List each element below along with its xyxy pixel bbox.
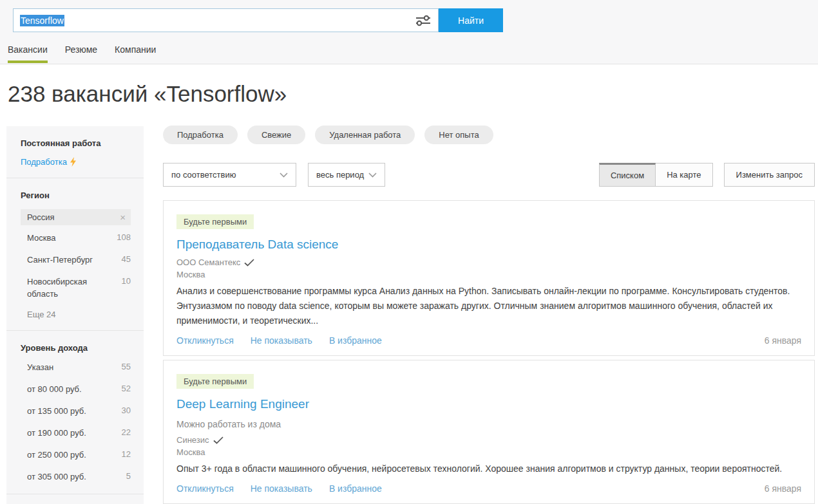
chevron-down-icon — [368, 173, 377, 178]
apply-link[interactable]: Откликнуться — [176, 335, 234, 346]
quick-filters: Подработка Свежие Удаленная работа Нет о… — [163, 126, 815, 144]
search-input[interactable]: Tensorflow — [13, 8, 439, 32]
income-item-label: от 80 000 руб. — [27, 384, 82, 396]
view-map-button[interactable]: На карте — [656, 163, 712, 187]
favorite-link[interactable]: В избранное — [329, 483, 382, 494]
view-switch: Списком На карте — [599, 163, 713, 187]
income-item[interactable]: от 135 000 руб. 30 — [21, 406, 131, 418]
vacancy-city: Москва — [176, 270, 801, 279]
income-item[interactable]: Указан 55 — [21, 362, 131, 374]
chip-remote[interactable]: Удаленная работа — [315, 126, 415, 144]
region-item[interactable]: Москва 108 — [21, 232, 131, 245]
sliders-icon — [415, 14, 432, 28]
vacancy-card: Будьте первыми Преподаватель Data scienc… — [163, 200, 815, 356]
income-item[interactable]: от 190 000 руб. 22 — [21, 427, 131, 440]
company-name: ООО Семантекс — [176, 257, 240, 267]
income-item-count: 30 — [122, 406, 131, 415]
income-item-count: 52 — [122, 384, 131, 393]
vacancy-company-link[interactable]: ООО Семантекс — [176, 257, 801, 267]
find-button[interactable]: Найти — [439, 8, 503, 32]
vacancy-date: 6 января — [765, 483, 801, 494]
income-item-label: Указан — [27, 362, 53, 374]
search-tabs: Вакансии Резюме Компании — [8, 44, 156, 63]
vacancy-description: Анализ и совершенствование программы кур… — [176, 284, 801, 328]
income-title: Уровень дохода — [21, 343, 131, 353]
search-query: Tensorflow — [20, 15, 64, 26]
region-item-count: 108 — [117, 232, 131, 242]
chevron-down-icon — [280, 173, 288, 178]
income-item[interactable]: от 80 000 руб. 52 — [21, 384, 131, 396]
page-title: 238 вакансий «Tensorflow» — [8, 81, 287, 107]
vacancy-company-link[interactable]: Синезис — [176, 435, 801, 445]
employment-title: Постоянная работа — [21, 138, 131, 148]
vacancy-city: Москва — [176, 447, 801, 457]
vacancy-actions: Откликнуться Не показывать В избранное 6… — [176, 335, 801, 346]
region-item-label: Москва — [27, 232, 55, 245]
vacancy-card: Будьте первыми Deep Learning Engineer Мо… — [163, 360, 815, 504]
period-select[interactable]: весь период — [308, 163, 385, 187]
region-item-label: Санкт-Петербург — [27, 254, 93, 266]
vacancy-date: 6 января — [765, 335, 801, 346]
income-item-count: 5 — [126, 471, 131, 481]
region-title: Регион — [21, 191, 131, 200]
filters-sidebar: Постоянная работа Подработка Регион Росс… — [6, 126, 144, 504]
vacancy-title-link[interactable]: Преподаватель Data science — [176, 238, 801, 252]
hide-link[interactable]: Не показывать — [251, 483, 312, 494]
lightning-icon — [70, 157, 77, 167]
verified-check-icon — [213, 436, 224, 444]
part-time-link[interactable]: Подработка — [21, 157, 77, 167]
income-item-count: 55 — [122, 362, 131, 371]
company-name: Синезис — [176, 435, 209, 445]
region-more-link[interactable]: Еще 24 — [21, 310, 131, 319]
be-first-badge: Будьте первыми — [176, 214, 254, 229]
income-item-label: от 305 000 руб. — [27, 471, 86, 483]
tab-companies[interactable]: Компании — [115, 44, 156, 63]
chip-fresh[interactable]: Свежие — [247, 126, 305, 144]
apply-link[interactable]: Откликнуться — [176, 483, 234, 494]
period-select-value: весь период — [316, 170, 364, 180]
region-item[interactable]: Новосибирская область 10 — [21, 276, 131, 301]
sort-select[interactable]: по соответствию — [163, 163, 296, 187]
tab-resumes[interactable]: Резюме — [65, 44, 97, 63]
vacancy-title-link[interactable]: Deep Learning Engineer — [176, 397, 801, 411]
income-item-count: 22 — [122, 427, 131, 437]
chip-part-time[interactable]: Подработка — [163, 126, 238, 144]
income-section: Уровень дохода Указан 55 от 80 000 руб. … — [6, 331, 144, 494]
income-item-label: от 190 000 руб. — [27, 427, 86, 440]
chip-no-experience[interactable]: Нет опыта — [424, 126, 493, 144]
tab-vacancies[interactable]: Вакансии — [8, 44, 48, 63]
header: Tensorflow Найти Вакансии Резюме Компани… — [0, 0, 818, 64]
region-section: Регион Россия × Москва 108 Санкт-Петербу… — [6, 178, 144, 331]
region-item-count: 10 — [122, 276, 131, 286]
income-item-label: от 135 000 руб. — [27, 406, 86, 418]
region-selected-row[interactable]: Россия × — [21, 209, 131, 225]
income-item[interactable]: от 250 000 руб. 12 — [21, 449, 131, 462]
vacancy-remote-note: Можно работать из дома — [176, 419, 801, 429]
employment-section: Постоянная работа Подработка — [6, 126, 144, 178]
vacancy-actions: Откликнуться Не показывать В избранное 6… — [176, 483, 801, 494]
region-item-count: 45 — [122, 254, 131, 264]
income-item-label: от 250 000 руб. — [27, 449, 86, 462]
profarea-section: Профобласть IT, телеком 226 Наука, образ… — [6, 494, 144, 504]
close-icon[interactable]: × — [120, 212, 126, 222]
income-item-count: 12 — [122, 449, 131, 459]
vacancy-description: Опыт 3+ года в области машинного обучени… — [176, 462, 801, 476]
verified-check-icon — [244, 259, 254, 266]
part-time-label: Подработка — [21, 157, 67, 167]
hide-link[interactable]: Не показывать — [251, 335, 312, 346]
vacancy-list: Будьте первыми Преподаватель Data scienc… — [163, 200, 815, 504]
sort-select-value: по соответствию — [171, 170, 236, 180]
income-item[interactable]: от 305 000 руб. 5 — [21, 471, 131, 483]
edit-query-button[interactable]: Изменить запрос — [724, 163, 815, 187]
region-selected-label: Россия — [27, 212, 55, 222]
region-item-label: Новосибирская область — [27, 276, 111, 301]
be-first-badge: Будьте первыми — [176, 374, 254, 389]
favorite-link[interactable]: В избранное — [329, 335, 382, 346]
view-list-button[interactable]: Списком — [599, 163, 656, 187]
results-area: Подработка Свежие Удаленная работа Нет о… — [163, 126, 815, 504]
results-controls: по соответствию весь период Списком На к… — [163, 163, 815, 187]
advanced-search-button[interactable] — [415, 14, 432, 28]
region-item[interactable]: Санкт-Петербург 45 — [21, 254, 131, 266]
